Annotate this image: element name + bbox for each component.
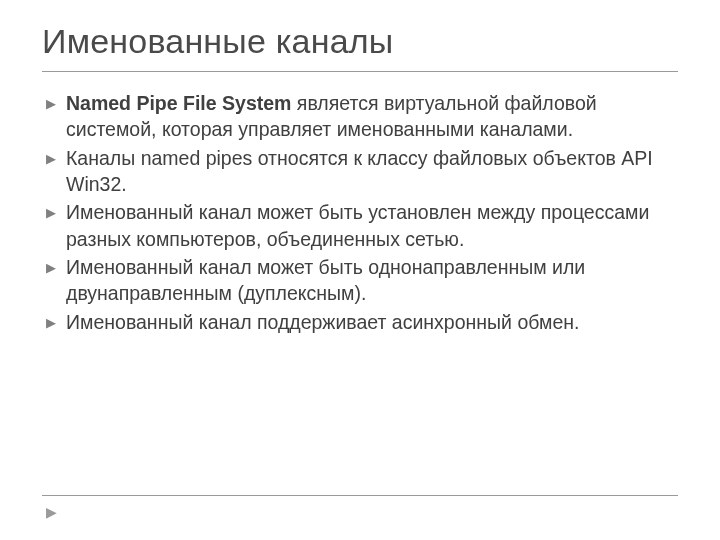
bullet-text: Именованный канал поддерживает асинхронн…: [66, 309, 678, 335]
bullet-text: Именованный канал может быть установлен …: [66, 199, 678, 252]
bullet-rest: Именованный канал может быть установлен …: [66, 201, 649, 249]
list-item: ▶ Каналы named pipes относятся к классу …: [46, 145, 678, 198]
bullet-text: Каналы named pipes относятся к классу фа…: [66, 145, 678, 198]
list-item: ▶ Именованный канал может быть установле…: [46, 199, 678, 252]
bullet-rest: Каналы named pipes относятся к классу фа…: [66, 147, 653, 195]
slide-title: Именованные каналы: [42, 22, 678, 72]
bullet-icon: ▶: [46, 97, 56, 110]
bullet-icon: ▶: [46, 316, 56, 329]
slide: Именованные каналы ▶ Named Pipe File Sys…: [0, 0, 720, 540]
bullet-bold: Named Pipe File System: [66, 92, 291, 114]
bullet-icon: ▶: [46, 206, 56, 219]
bullet-list: ▶ Named Pipe File System является виртуа…: [42, 90, 678, 335]
bullet-icon: ▶: [46, 261, 56, 274]
bullet-rest: Именованный канал поддерживает асинхронн…: [66, 311, 579, 333]
list-item: ▶ Named Pipe File System является виртуа…: [46, 90, 678, 143]
footer-divider: [42, 495, 678, 496]
bullet-icon: ▶: [46, 152, 56, 165]
bullet-text: Именованный канал может быть однонаправл…: [66, 254, 678, 307]
bullet-rest: Именованный канал может быть однонаправл…: [66, 256, 585, 304]
list-item: ▶ Именованный канал может быть однонапра…: [46, 254, 678, 307]
bullet-text: Named Pipe File System является виртуаль…: [66, 90, 678, 143]
footer-bullet-icon: ▶: [46, 504, 57, 520]
list-item: ▶ Именованный канал поддерживает асинхро…: [46, 309, 678, 335]
